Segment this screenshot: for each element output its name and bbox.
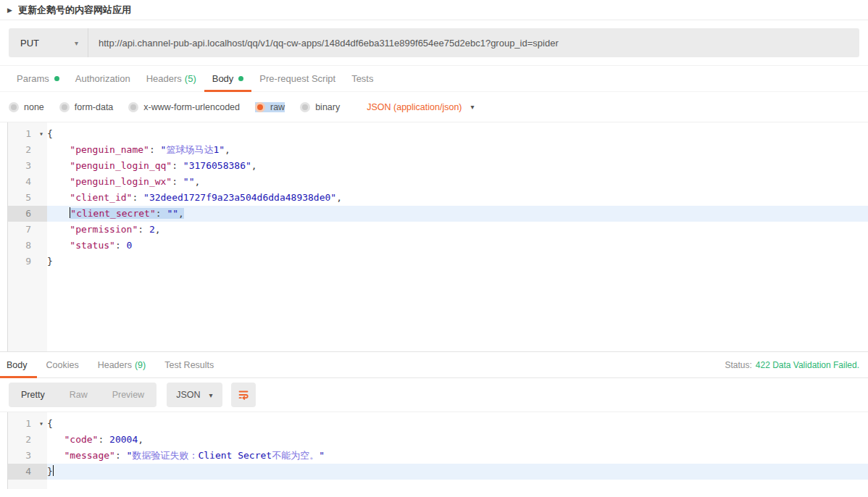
fold-icon[interactable]: ▾	[36, 416, 47, 432]
tab-label: Cookies	[46, 360, 79, 370]
pretty-button[interactable]: Pretty	[9, 383, 57, 407]
token: "penguin_name"	[70, 144, 149, 155]
token: :	[115, 240, 127, 251]
code-content: "client_id": "32deed1727f9a23a504d6dda48…	[47, 190, 868, 206]
tab-label: Body	[7, 360, 28, 370]
code-line[interactable]: 8 "status": 0	[8, 238, 868, 254]
body-dot-icon	[238, 76, 243, 81]
response-tab-test-results[interactable]: Test Results	[155, 352, 223, 377]
line-number: 9	[8, 254, 36, 270]
token: ,	[178, 208, 184, 219]
tab-label: Headers	[146, 73, 182, 84]
radio-selected-icon	[255, 102, 265, 112]
fold-gutter	[36, 174, 47, 190]
code-content: "code": 20004,	[47, 432, 868, 448]
fold-gutter	[36, 222, 47, 238]
response-tab-cookies[interactable]: Cookies	[37, 352, 88, 377]
tab-pre-request-script[interactable]: Pre-request Script	[251, 66, 343, 91]
token: :	[172, 160, 183, 171]
line-number: 6	[8, 206, 36, 222]
code-line[interactable]: 9}	[8, 254, 868, 270]
mode-label: binary	[315, 102, 340, 112]
mode-label: raw	[270, 102, 285, 112]
code-line[interactable]: 7 "permission": 2,	[8, 222, 868, 238]
code-line[interactable]: 1▾{	[8, 416, 868, 432]
mode-form-data[interactable]: form-data	[59, 102, 114, 112]
token: ,	[336, 192, 342, 203]
fold-gutter	[36, 206, 47, 222]
token: "code"	[64, 434, 98, 445]
request-body-editor[interactable]: 1▾{2 "penguin_name": "篮球场马达1",3 "penguin…	[7, 122, 868, 351]
token: :	[138, 224, 149, 235]
line-number: 3	[8, 448, 36, 464]
mode-label: x-www-form-urlencoded	[143, 102, 240, 112]
token: ""	[167, 208, 178, 219]
text-cursor	[53, 465, 54, 476]
status-value: 422 Data Validation Failed.	[756, 360, 859, 370]
code-line[interactable]: 2 "code": 20004,	[8, 432, 868, 448]
token: :	[98, 434, 109, 445]
token: ,	[225, 144, 230, 155]
status-line: Status: 422 Data Validation Failed.	[725, 352, 859, 377]
content-type-dropdown[interactable]: JSON (application/json) ▾	[367, 102, 474, 112]
response-body-editor[interactable]: 1▾{2 "code": 20004,3 "message": "数据验证失败：…	[7, 412, 868, 489]
code-content: "penguin_login_qq": "3176058386",	[47, 158, 868, 174]
code-line[interactable]: 2 "penguin_name": "篮球场马达1",	[8, 142, 868, 158]
tab-params[interactable]: Params	[9, 66, 67, 91]
mode-label: none	[24, 102, 44, 112]
tab-label: Body	[212, 73, 234, 84]
tab-authorization[interactable]: Authorization	[67, 66, 138, 91]
token: "32deed1727f9a23a504d6dda48938de0"	[143, 192, 336, 203]
preview-button[interactable]: Preview	[100, 383, 157, 407]
token: "client_secret"	[70, 208, 155, 219]
response-tab-headers[interactable]: Headers (9)	[88, 352, 156, 377]
code-line[interactable]: 4}	[8, 464, 868, 480]
collapse-triangle-icon[interactable]: ▶	[7, 7, 12, 14]
request-title-bar: ▶ 更新企鹅号的内容网站应用	[0, 0, 868, 20]
token: 20004	[109, 434, 138, 445]
mode-none[interactable]: none	[9, 102, 44, 112]
code-line[interactable]: 3 "message": "数据验证失败：Client Secret不能为空。"	[8, 448, 868, 464]
url-input[interactable]: http://api.channel-pub-api.localhost/qq/…	[88, 28, 859, 57]
token: }	[47, 466, 53, 477]
mode-binary[interactable]: binary	[300, 102, 340, 112]
wrap-text-button[interactable]	[231, 383, 256, 407]
radio-icon	[9, 102, 19, 112]
request-title: 更新企鹅号的内容网站应用	[18, 4, 131, 17]
token: :	[115, 450, 127, 461]
tab-headers[interactable]: Headers (5)	[138, 66, 204, 91]
token: "message"	[64, 450, 114, 461]
fold-icon[interactable]: ▾	[36, 126, 47, 142]
code-line[interactable]: 4 "penguin_login_wx": "",	[8, 174, 868, 190]
token: "status"	[70, 240, 115, 251]
line-number: 7	[8, 222, 36, 238]
tab-tests[interactable]: Tests	[343, 66, 381, 91]
token: 篮球场马达	[166, 144, 213, 155]
response-tabs: Body Cookies Headers (9) Test Results St…	[0, 352, 868, 378]
content-type-label: JSON (application/json)	[367, 102, 462, 112]
chevron-down-icon: ▾	[75, 39, 78, 47]
wrap-text-icon	[238, 389, 249, 401]
code-line[interactable]: 1▾{	[8, 126, 868, 142]
code-line[interactable]: 3 "penguin_login_qq": "3176058386",	[8, 158, 868, 174]
mode-raw[interactable]: raw	[255, 102, 285, 112]
tab-body[interactable]: Body	[204, 66, 252, 91]
request-tabs: Params Authorization Headers (5) Body Pr…	[0, 66, 868, 92]
token: 不能为空。	[272, 450, 319, 461]
raw-button[interactable]: Raw	[57, 383, 100, 407]
fold-gutter	[36, 432, 47, 448]
token: }	[47, 256, 53, 267]
headers-count: (5)	[185, 73, 196, 84]
code-line[interactable]: 6 "client_secret": "",	[8, 206, 868, 222]
mode-x-www-form-urlencoded[interactable]: x-www-form-urlencoded	[128, 102, 240, 112]
response-tab-body[interactable]: Body	[0, 352, 37, 377]
format-dropdown[interactable]: JSON ▾	[167, 383, 222, 407]
token: {	[47, 418, 53, 429]
response-section: Body Cookies Headers (9) Test Results St…	[0, 351, 868, 489]
code-line[interactable]: 5 "client_id": "32deed1727f9a23a504d6dda…	[8, 190, 868, 206]
method-dropdown[interactable]: PUT ▾	[9, 28, 88, 57]
token: "permission"	[70, 224, 138, 235]
tab-label: Pre-request Script	[259, 73, 335, 84]
tab-label: Headers	[98, 360, 132, 370]
line-number: 8	[8, 238, 36, 254]
